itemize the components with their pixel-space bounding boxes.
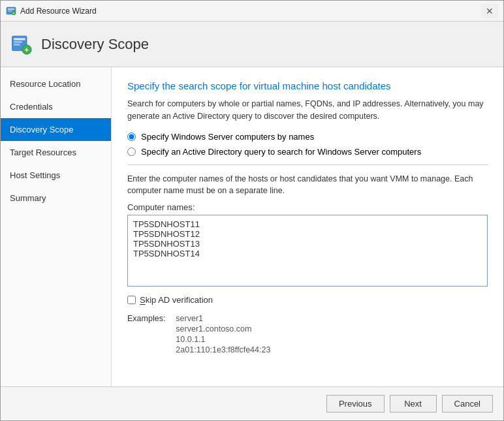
radio-option1[interactable] xyxy=(127,133,136,141)
sidebar-item-credentials[interactable]: Credentials xyxy=(1,95,111,118)
svg-rect-1 xyxy=(8,8,14,10)
header-bar: + Discovery Scope xyxy=(1,22,503,67)
example-3: 10.0.1.1 xyxy=(176,335,270,344)
content-area: Resource Location Credentials Discovery … xyxy=(1,67,503,386)
svg-text:+: + xyxy=(24,45,29,53)
skip-ad-label-text: kip AD verification xyxy=(146,295,213,305)
sidebar-item-target-resources[interactable]: Target Resources xyxy=(1,141,111,164)
example-2: server1.contoso.com xyxy=(176,324,270,334)
footer: Previous Next Cancel xyxy=(1,386,503,420)
svg-rect-7 xyxy=(14,41,22,42)
radio-group: Specify Windows Server computers by name… xyxy=(127,132,488,157)
title-bar-left: + Add Resource Wizard xyxy=(6,6,97,16)
sidebar-item-discovery-scope[interactable]: Discovery Scope xyxy=(1,118,111,141)
sidebar-item-summary[interactable]: Summary xyxy=(1,187,111,210)
examples-section: Examples: server1 server1.contoso.com 10… xyxy=(127,314,488,354)
cancel-button[interactable]: Cancel xyxy=(442,395,493,413)
examples-values: server1 server1.contoso.com 10.0.1.1 2a0… xyxy=(176,314,270,354)
skip-ad-label[interactable]: Skip AD verification xyxy=(140,295,213,305)
svg-text:+: + xyxy=(13,11,15,15)
section-divider xyxy=(127,164,488,165)
radio-option1-label[interactable]: Specify Windows Server computers by name… xyxy=(127,132,488,142)
header-title: Discovery Scope xyxy=(41,36,149,53)
computer-names-textarea[interactable]: TP5SDNHOST11 TP5SDNHOST12 TP5SDNHOST13 T… xyxy=(127,215,488,287)
radio-option1-text: Specify Windows Server computers by name… xyxy=(141,132,314,142)
radio-option2-text: Specify an Active Directory query to sea… xyxy=(141,147,421,157)
header-icon: + xyxy=(11,34,32,55)
description-text: Search for computers by whole or partial… xyxy=(127,98,488,123)
title-bar: + Add Resource Wizard ✕ xyxy=(1,1,503,22)
computer-names-label: Computer names: xyxy=(127,202,488,212)
examples-label: Examples: xyxy=(127,314,165,354)
instruction-text: Enter the computer names of the hosts or… xyxy=(127,173,488,198)
example-1: server1 xyxy=(176,314,270,323)
sidebar: Resource Location Credentials Discovery … xyxy=(1,67,112,386)
radio-option2[interactable] xyxy=(127,148,136,156)
svg-rect-2 xyxy=(8,10,12,12)
radio-option2-label[interactable]: Specify an Active Directory query to sea… xyxy=(127,147,488,157)
close-button[interactable]: ✕ xyxy=(481,4,498,18)
section-title: Specify the search scope for virtual mac… xyxy=(127,80,488,91)
sidebar-item-host-settings[interactable]: Host Settings xyxy=(1,164,111,187)
svg-rect-8 xyxy=(14,44,20,45)
title-bar-text: Add Resource Wizard xyxy=(20,7,97,16)
skip-ad-checkbox[interactable] xyxy=(127,296,136,304)
skip-ad-row: Skip AD verification xyxy=(127,295,488,305)
main-panel: Specify the search scope for virtual mac… xyxy=(112,67,503,386)
next-button[interactable]: Next xyxy=(390,395,437,413)
sidebar-item-resource-location[interactable]: Resource Location xyxy=(1,72,111,95)
previous-button[interactable]: Previous xyxy=(326,395,385,413)
example-4: 2a01:110:1e3:f8ffcfe44:23 xyxy=(176,345,270,354)
wizard-window: + Add Resource Wizard ✕ + Discovery Scop… xyxy=(0,0,504,421)
svg-rect-6 xyxy=(14,38,25,40)
wizard-title-icon: + xyxy=(6,6,16,16)
